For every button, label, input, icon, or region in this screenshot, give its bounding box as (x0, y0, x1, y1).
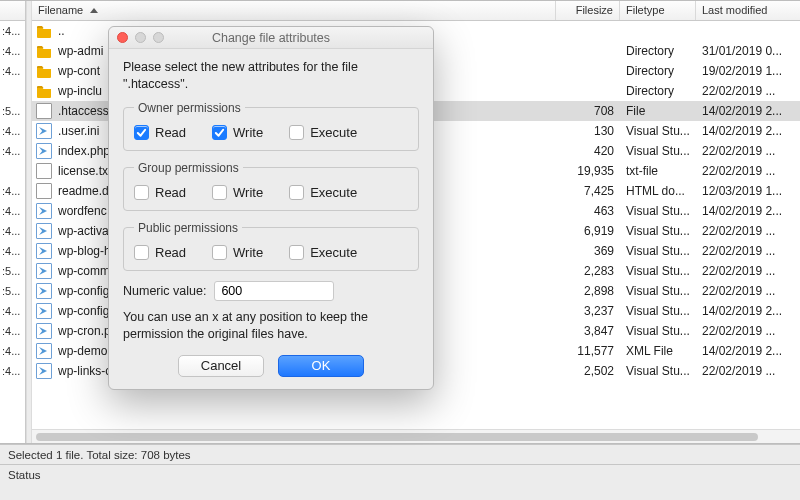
owner-exec-checkbox[interactable]: Execute (289, 125, 357, 140)
left-row[interactable]: :5... (0, 281, 25, 301)
file-name: wp-activa (58, 221, 109, 241)
file-type: Visual Stu... (620, 241, 696, 261)
close-icon[interactable] (117, 32, 128, 43)
file-size: 463 (556, 201, 620, 221)
group-write-checkbox[interactable]: Write (212, 185, 263, 200)
file-name: wp-inclu (58, 81, 102, 101)
checkbox-label: Read (155, 245, 186, 260)
file-type: Visual Stu... (620, 321, 696, 341)
file-modified: 22/02/2019 ... (696, 221, 800, 241)
left-row[interactable] (0, 81, 25, 101)
public-write-checkbox[interactable]: Write (212, 245, 263, 260)
owner-read-checkbox[interactable]: Read (134, 125, 186, 140)
checkbox-label: Read (155, 125, 186, 140)
file-size: 3,847 (556, 321, 620, 341)
code-file-icon (36, 223, 52, 239)
dialog-titlebar[interactable]: Change file attributes (109, 27, 433, 49)
code-file-icon (36, 243, 52, 259)
left-row[interactable]: :4... (0, 201, 25, 221)
left-row[interactable]: :4... (0, 341, 25, 361)
file-type: Visual Stu... (620, 141, 696, 161)
left-row[interactable]: :4... (0, 61, 25, 81)
code-file-icon (36, 363, 52, 379)
code-file-icon (36, 203, 52, 219)
folder-icon (36, 83, 52, 99)
file-name: .user.ini (58, 121, 99, 141)
owner-permissions-label: Owner permissions (134, 101, 245, 115)
column-filesize[interactable]: Filesize (556, 1, 620, 20)
owner-permissions-group: Owner permissions ReadWriteExecute (123, 101, 419, 151)
file-modified: 22/02/2019 ... (696, 281, 800, 301)
file-name: wp-cron.p (58, 321, 111, 341)
file-type: Visual Stu... (620, 301, 696, 321)
file-modified: 22/02/2019 ... (696, 321, 800, 341)
left-row[interactable]: :4... (0, 21, 25, 41)
left-row[interactable]: :5... (0, 261, 25, 281)
left-row[interactable]: :4... (0, 361, 25, 381)
file-size: 420 (556, 141, 620, 161)
change-attributes-dialog: Change file attributes Please select the… (108, 26, 434, 390)
file-type: XML File (620, 341, 696, 361)
file-size (556, 61, 620, 81)
public-permissions-group: Public permissions ReadWriteExecute (123, 221, 419, 271)
file-name: wp-config (58, 281, 109, 301)
column-lastmodified[interactable]: Last modified (696, 1, 800, 20)
left-row[interactable]: :4... (0, 241, 25, 261)
scrollbar-thumb[interactable] (36, 433, 758, 441)
left-row[interactable]: :4... (0, 301, 25, 321)
column-filename[interactable]: Filename (32, 1, 556, 20)
public-exec-checkbox[interactable]: Execute (289, 245, 357, 260)
left-row[interactable]: :4... (0, 121, 25, 141)
checkbox-icon (134, 245, 149, 260)
file-name: wp-admi (58, 41, 103, 61)
code-file-icon (36, 323, 52, 339)
left-row[interactable]: :4... (0, 221, 25, 241)
checkbox-label: Execute (310, 125, 357, 140)
ok-button[interactable]: OK (278, 355, 364, 377)
file-modified: 31/01/2019 0... (696, 41, 800, 61)
file-modified: 22/02/2019 ... (696, 241, 800, 261)
cancel-button[interactable]: Cancel (178, 355, 264, 377)
left-pane: :4...:4...:4...:5...:4...:4...:4...:4...… (0, 1, 26, 443)
file-type: Visual Stu... (620, 221, 696, 241)
group-read-checkbox[interactable]: Read (134, 185, 186, 200)
file-modified: 22/02/2019 ... (696, 81, 800, 101)
file-modified: 22/02/2019 ... (696, 161, 800, 181)
checkbox-icon (212, 245, 227, 260)
group-exec-checkbox[interactable]: Execute (289, 185, 357, 200)
file-type: HTML do... (620, 181, 696, 201)
checkbox-icon (212, 125, 227, 140)
owner-write-checkbox[interactable]: Write (212, 125, 263, 140)
file-name: wp-demo. (58, 341, 111, 361)
left-row[interactable]: :4... (0, 41, 25, 61)
column-filename-label: Filename (38, 4, 83, 16)
horizontal-scrollbar[interactable] (32, 429, 800, 443)
file-size: 6,919 (556, 221, 620, 241)
numeric-value-label: Numeric value: (123, 284, 206, 298)
file-type: File (620, 101, 696, 121)
left-row[interactable]: :5... (0, 101, 25, 121)
file-modified: 22/02/2019 ... (696, 261, 800, 281)
numeric-value-input[interactable] (214, 281, 334, 301)
file-type: Visual Stu... (620, 361, 696, 381)
file-size: 2,502 (556, 361, 620, 381)
dialog-intro: Please select the new attributes for the… (123, 59, 419, 93)
code-file-icon (36, 343, 52, 359)
left-row[interactable]: :4... (0, 181, 25, 201)
left-row[interactable]: :4... (0, 321, 25, 341)
file-type: txt-file (620, 161, 696, 181)
column-filetype[interactable]: Filetype (620, 1, 696, 20)
file-size: 708 (556, 101, 620, 121)
checkbox-icon (134, 185, 149, 200)
left-row[interactable]: :4... (0, 141, 25, 161)
file-type: Visual Stu... (620, 121, 696, 141)
file-modified: 14/02/2019 2... (696, 341, 800, 361)
file-modified: 14/02/2019 2... (696, 121, 800, 141)
checkbox-label: Read (155, 185, 186, 200)
file-size (556, 21, 620, 41)
file-name: wp-blog-h (58, 241, 111, 261)
file-type: Directory (620, 61, 696, 81)
left-row[interactable] (0, 161, 25, 181)
file-size: 11,577 (556, 341, 620, 361)
public-read-checkbox[interactable]: Read (134, 245, 186, 260)
